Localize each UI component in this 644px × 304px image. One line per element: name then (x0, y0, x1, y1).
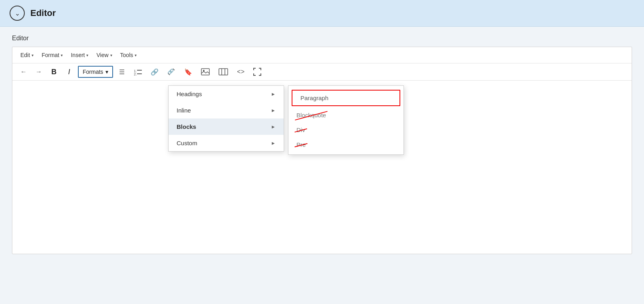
insert-arrow: ▾ (86, 53, 88, 57)
edit-arrow: ▾ (32, 53, 34, 57)
menubar-item-tools[interactable]: Tools ▾ (117, 50, 140, 60)
menubar: Edit ▾ Format ▾ Insert ▾ View ▾ Tools ▾ (12, 47, 632, 63)
unlink-icon: 🔗 (167, 68, 175, 76)
image-button[interactable] (198, 66, 213, 78)
media-icon (219, 68, 228, 75)
headings-chevron: ► (271, 91, 276, 97)
sub-item-div[interactable]: Div (288, 122, 403, 137)
menubar-item-format[interactable]: Format ▾ (38, 50, 66, 60)
media-button[interactable] (215, 66, 231, 78)
dropdown-item-custom[interactable]: Custom ► (169, 135, 284, 151)
ordered-list-icon: 1. 2. (134, 68, 142, 75)
pre-label: Pre (296, 141, 306, 148)
toolbar: ← → B I Formats ▾ ☰ 1. 2. 🔗 (12, 63, 632, 81)
dropdown-item-inline[interactable]: Inline ► (169, 102, 284, 118)
menubar-label-format: Format (42, 52, 59, 58)
sub-item-pre[interactable]: Pre (288, 137, 403, 152)
formats-arrow-icon: ▾ (105, 69, 108, 75)
image-icon (201, 68, 210, 75)
view-arrow: ▾ (110, 53, 112, 57)
inline-label: Inline (177, 107, 191, 114)
menubar-item-edit[interactable]: Edit ▾ (17, 50, 37, 60)
paragraph-label: Paragraph (300, 95, 328, 101)
headings-label: Headings (177, 91, 202, 97)
unordered-list-button[interactable]: ☰ (115, 66, 128, 78)
top-header: ⌄ Editor (0, 0, 644, 27)
formats-dropdown: Headings ► Inline ► Blocks ► Custom ► (168, 85, 284, 152)
code-button[interactable]: <> (234, 66, 248, 78)
anchor-button[interactable]: 🔖 (181, 66, 195, 78)
formats-label: Formats (83, 69, 103, 75)
menubar-label-insert: Insert (71, 52, 85, 58)
formats-button[interactable]: Formats ▾ (78, 66, 113, 78)
header-title: Editor (30, 8, 56, 18)
main-content: Editor Edit ▾ Format ▾ Insert ▾ View ▾ T… (0, 27, 644, 262)
svg-text:2.: 2. (134, 72, 137, 75)
blocks-submenu: Paragraph Blockquote Div Pre (288, 85, 404, 155)
custom-chevron: ► (271, 140, 276, 146)
menubar-label-view: View (96, 52, 108, 58)
sub-item-paragraph[interactable]: Paragraph (292, 90, 400, 106)
fullscreen-icon (253, 68, 261, 76)
fullscreen-button[interactable] (250, 66, 264, 78)
dropdown-item-headings[interactable]: Headings ► (169, 86, 284, 102)
collapse-button[interactable]: ⌄ (10, 6, 25, 21)
tools-arrow: ▾ (135, 53, 137, 57)
format-arrow: ▾ (61, 53, 63, 57)
menubar-label-tools: Tools (120, 52, 133, 58)
unlink-button[interactable]: 🔗 (164, 66, 179, 78)
bold-label: B (52, 68, 57, 76)
custom-label: Custom (177, 140, 197, 146)
undo-button[interactable]: ← (17, 66, 30, 78)
sub-item-blockquote[interactable]: Blockquote (288, 108, 403, 122)
dropdown-item-blocks[interactable]: Blocks ► (169, 118, 284, 135)
inline-chevron: ► (271, 108, 276, 113)
blocks-chevron: ► (271, 124, 276, 130)
svg-rect-9 (219, 69, 228, 75)
bold-button[interactable]: B (48, 66, 60, 78)
editor-container: Edit ▾ Format ▾ Insert ▾ View ▾ Tools ▾ … (12, 47, 632, 254)
menubar-label-edit: Edit (20, 52, 30, 58)
blockquote-label: Blockquote (296, 112, 326, 118)
italic-label: I (68, 68, 70, 76)
div-label: Div (296, 126, 305, 133)
ordered-list-button[interactable]: 1. 2. (131, 66, 145, 78)
blocks-label: Blocks (177, 123, 196, 130)
svg-rect-7 (201, 69, 209, 75)
italic-button[interactable]: I (63, 66, 76, 78)
menubar-item-view[interactable]: View ▾ (93, 50, 115, 60)
redo-button[interactable]: → (32, 66, 45, 78)
link-button[interactable]: 🔗 (147, 66, 162, 78)
menubar-item-insert[interactable]: Insert ▾ (68, 50, 91, 60)
section-label: Editor (12, 35, 632, 42)
